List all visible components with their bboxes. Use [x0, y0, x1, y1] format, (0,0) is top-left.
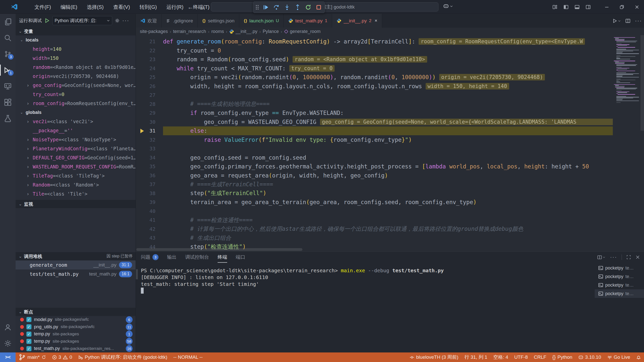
- statusbar-go-live[interactable]: Go Live: [604, 352, 633, 362]
- menu-编辑E[interactable]: 编辑(E): [56, 2, 82, 12]
- statusbar-cursor-position[interactable]: 行 31, 列 1: [461, 352, 490, 362]
- variable-row[interactable]: MAX_TRY_COUNT = 1000: [16, 198, 136, 200]
- statusbar-encoding[interactable]: UTF-8: [511, 352, 531, 362]
- code-line-30[interactable]: 30 geo_config = WASTELAND_GEO_CONFIGgeo_…: [136, 117, 613, 126]
- code-line-31[interactable]: 31 else:: [136, 126, 613, 135]
- statusbar-language-mode[interactable]: {}Python: [549, 352, 576, 362]
- maximize-panel-button[interactable]: [626, 255, 631, 259]
- debug-settings-gear-icon[interactable]: [115, 18, 120, 23]
- statusbar-debug-session[interactable]: Python 调试程序: 启动文件 (godot-ldtk): [75, 352, 170, 362]
- activity-search[interactable]: [0, 30, 16, 46]
- variable-row[interactable]: ›Tile = <class 'Tile'>: [16, 189, 136, 198]
- variable-row[interactable]: ›TileTag = <class 'TileTag'>: [16, 171, 136, 180]
- breakpoint-row[interactable]: ✓png_utils.pysite-packages\wfc11: [16, 323, 136, 331]
- drag-handle-icon[interactable]: [256, 5, 259, 10]
- customize-layout-button[interactable]: [552, 5, 557, 10]
- breakpoint-checkbox[interactable]: ✓: [26, 317, 31, 322]
- close-panel-button[interactable]: [635, 255, 640, 259]
- activity-settings[interactable]: [0, 335, 16, 351]
- callstack-frame[interactable]: test/test_math.pytest_math.py16:1: [16, 269, 136, 279]
- more-actions-icon[interactable]: ···: [122, 17, 129, 24]
- panel-tab-端口[interactable]: 端口: [236, 252, 245, 263]
- code-line-41[interactable]: 41 # ====检查连通性====: [136, 216, 613, 225]
- debug-continue-button[interactable]: [263, 4, 269, 11]
- code-line-34[interactable]: 34 geo_config.seed = room_config.seed: [136, 153, 613, 162]
- debug-step-into-button[interactable]: [284, 4, 290, 11]
- code-line-28[interactable]: 28 # ====生成初始地理信息====: [136, 100, 613, 109]
- copilot-menu[interactable]: [443, 3, 453, 9]
- statusbar-vim-mode[interactable]: -- NORMAL --: [170, 352, 206, 362]
- menu-运行R[interactable]: 运行(R): [162, 2, 188, 12]
- variable-row[interactable]: random = <Random object at 0x1bf9d01e…: [16, 63, 136, 72]
- split-editor-button[interactable]: [625, 18, 630, 23]
- activity-remote-explorer[interactable]: [0, 78, 16, 94]
- code-line-29[interactable]: 29 if room_config.env_type == EnvType.WA…: [136, 109, 613, 118]
- statusbar-notifications[interactable]: [633, 352, 644, 362]
- variable-row[interactable]: ›DEFAULT_GEO_CONFIG = GeoConfig(seed=1…: [16, 153, 136, 162]
- panel-tab-终端[interactable]: 终端: [218, 252, 227, 263]
- breakpoint-row[interactable]: ✓temp.pysite-packages1: [16, 331, 136, 338]
- variable-row[interactable]: try_count = 0: [16, 90, 136, 99]
- tab-__init__-py[interactable]: __init__.py2×: [332, 14, 382, 28]
- breakpoint-checkbox[interactable]: ✓: [26, 332, 31, 337]
- code-line-42[interactable]: 42 # 计算每一个出口的中心，然后使用astar生成路径，确保每一个出口组合都…: [136, 224, 613, 234]
- scope-globals[interactable]: ⌄globals: [16, 108, 136, 117]
- breadcrumb-item[interactable]: terrain_research: [173, 29, 206, 34]
- code-line-32[interactable]: 32 raise ValueError(f"Invalid env type: …: [136, 135, 613, 144]
- tab--gdignore[interactable]: .gdignore: [162, 14, 198, 28]
- menu-查看V[interactable]: 查看(V): [108, 2, 135, 12]
- terminal-instance[interactable]: pocketpyte…: [595, 289, 644, 298]
- code-line-37[interactable]: 37 # ====生成TerrainCell====: [136, 180, 613, 189]
- statusbar-eol[interactable]: CRLF: [531, 352, 549, 362]
- variable-row[interactable]: ›WASTELAND_ROOM_REQUEST_CONFIG = RoomR…: [16, 162, 136, 171]
- run-python-file-button[interactable]: [612, 18, 621, 23]
- code-line-40[interactable]: 40: [136, 207, 613, 216]
- activity-source-control[interactable]: 3: [0, 46, 16, 62]
- variable-row[interactable]: ›PlanetaryWindConfig = <class 'Planeta…: [16, 144, 136, 153]
- tab-test_math-py[interactable]: test_math.py1: [284, 14, 332, 28]
- breadcrumb-item[interactable]: rooms: [211, 29, 224, 34]
- code-line-39[interactable]: 39 terrain_area = geo_area_to_terrain(ge…: [136, 198, 613, 207]
- activity-testing[interactable]: [0, 110, 16, 126]
- terminal-instance[interactable]: pocketpyte…: [595, 281, 644, 289]
- scope-locals[interactable]: ⌄locals: [16, 35, 136, 44]
- terminal-output[interactable]: PS C:\computer_science\godot-ldtk\site-p…: [141, 267, 594, 352]
- breakpoints-section-header[interactable]: ⌄断点: [16, 308, 136, 316]
- nav-back-button[interactable]: ←: [187, 4, 193, 11]
- breakpoint-checkbox[interactable]: ✓: [26, 346, 31, 351]
- menu-转到G[interactable]: 转到(G): [135, 2, 162, 12]
- code-line-22[interactable]: 22 try_count = 0: [136, 46, 613, 55]
- tab--[interactable]: 欢迎: [136, 14, 162, 28]
- statusbar-problems[interactable]: 30: [49, 352, 75, 362]
- panel-scrollbar[interactable]: [136, 269, 138, 279]
- breadcrumb-item[interactable]: __init__.py: [229, 29, 257, 34]
- variables-section-header[interactable]: ⌄变量: [16, 27, 136, 35]
- close-tab-icon[interactable]: ×: [375, 18, 377, 23]
- breadcrumb-item[interactable]: Pylance: [263, 29, 279, 34]
- activity-explorer[interactable]: [0, 14, 16, 30]
- panel-tab-输出[interactable]: 输出: [167, 252, 177, 263]
- variable-row[interactable]: ›vec2i = <class 'vec2i'>: [16, 117, 136, 126]
- code-line-36[interactable]: 36 geo_area = request_area(origin, width…: [136, 171, 613, 180]
- code-line-27[interactable]: 27: [136, 91, 613, 100]
- code-line-24[interactable]: 24 while try_count < MAX_TRY_COUNT:try_c…: [136, 64, 613, 73]
- remote-indicator[interactable]: ><: [0, 352, 16, 362]
- toggle-panel-button[interactable]: [575, 5, 580, 10]
- code-line-38[interactable]: 38 step("生成TerrainCell"): [136, 189, 613, 198]
- activity-extensions[interactable]: [0, 94, 16, 110]
- variable-row[interactable]: width = 150: [16, 54, 136, 63]
- code-line-26[interactable]: 26 width, height = room_config.layout.n_…: [136, 82, 613, 91]
- terminal-instance[interactable]: pocketpyte…: [595, 264, 644, 272]
- code-line-33[interactable]: 33: [136, 144, 613, 153]
- debug-stop-button[interactable]: [315, 4, 322, 11]
- statusbar-indentation[interactable]: 空格: 4: [490, 352, 511, 362]
- variable-row[interactable]: ›NoiseType = <class 'NoiseType'>: [16, 135, 136, 144]
- panel-tab-问题[interactable]: 问题3: [141, 252, 158, 263]
- callstack-frame[interactable]: generate_room__init__.py31:1: [16, 260, 136, 269]
- split-terminal-button[interactable]: [597, 255, 606, 260]
- code-line-20[interactable]: 20: [136, 35, 613, 37]
- editor-horizontal-scrollbar[interactable]: [136, 248, 302, 251]
- breakpoint-checkbox[interactable]: ✓: [26, 339, 31, 344]
- variable-row[interactable]: ›geo_config = GeoConfig(seed=None, wor…: [16, 81, 136, 90]
- breakpoint-row[interactable]: ✓test_math.pysite-packages\terrain_res..…: [16, 345, 136, 352]
